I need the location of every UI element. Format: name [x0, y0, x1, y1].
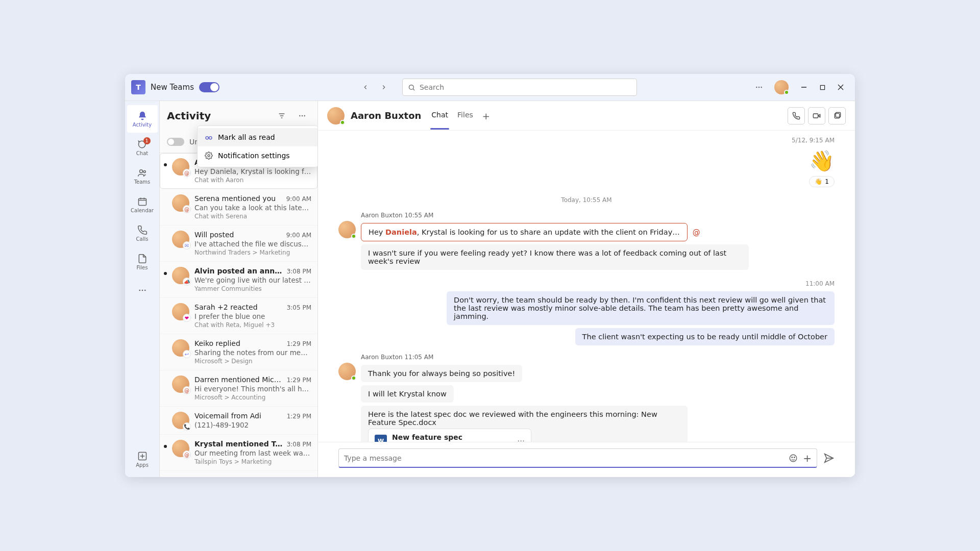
message-meta: Aaron Buxton 10:55 AM — [361, 212, 835, 219]
activity-time: 9:00 AM — [286, 232, 311, 239]
tab-add[interactable]: + — [481, 102, 491, 130]
activity-header: Activity Mark all as read Notification s… — [160, 101, 317, 131]
video-call-button[interactable] — [808, 107, 825, 124]
rail-label: Teams — [134, 179, 151, 185]
rail-activity[interactable]: Activity — [127, 105, 158, 133]
activity-avatar: @ — [172, 440, 189, 457]
popout-button[interactable] — [828, 107, 846, 124]
message-text-part: , Krystal is looking for us to share an … — [417, 228, 680, 236]
message-bubble[interactable]: I will let Krystal know — [361, 385, 454, 403]
rail-chat[interactable]: 1 Chat — [127, 134, 158, 161]
activity-item[interactable]: @ Darren mentioned Microsoft 1:29 PM Hi … — [160, 370, 317, 407]
filter-button[interactable] — [274, 108, 290, 124]
activity-time: 1:29 PM — [287, 413, 311, 420]
rail-calendar[interactable]: Calendar — [127, 191, 158, 218]
svg-point-17 — [144, 290, 145, 291]
tab-files[interactable]: Files — [456, 102, 474, 130]
activity-avatar: @ — [172, 194, 189, 212]
activity-item[interactable]: 📣 Alvin posted an announcement 3:08 PM W… — [160, 262, 317, 298]
message-group-in: Aaron Buxton 11:05 AM Thank you for alwa… — [338, 354, 835, 442]
chat-icon: 1 — [137, 139, 148, 149]
audio-call-button[interactable] — [788, 107, 805, 124]
app-logo-icon — [131, 80, 145, 94]
svg-point-3 — [758, 87, 760, 88]
rail-label: Calls — [136, 236, 149, 242]
activity-item[interactable]: @ Krystal mentioned Tailspin Toys 3:08 P… — [160, 435, 317, 471]
minimize-button[interactable] — [796, 79, 812, 95]
activity-time: 1:29 PM — [287, 377, 311, 384]
activity-badge-icon: @ — [183, 386, 191, 394]
activity-avatar: ❤ — [172, 303, 189, 320]
unread-dot-icon — [164, 445, 167, 448]
reaction-chip[interactable]: 👋1 — [809, 176, 835, 187]
message-meta: Aaron Buxton 11:05 AM — [361, 354, 835, 361]
activity-item[interactable]: @ Serena mentioned you 9:00 AM Can you t… — [160, 189, 317, 226]
rail-calls[interactable]: Calls — [127, 219, 158, 247]
activity-preview: Our meeting from last week was ext… — [194, 449, 311, 457]
tab-chat[interactable]: Chat — [430, 102, 449, 130]
sender-avatar[interactable] — [338, 363, 356, 380]
unread-only-toggle[interactable] — [167, 138, 184, 146]
svg-point-25 — [302, 115, 303, 116]
compose-box[interactable]: + — [338, 448, 817, 468]
svg-point-26 — [304, 115, 305, 116]
activity-more-button[interactable] — [294, 108, 310, 124]
message-bubble-mention[interactable]: Hey Daniela, Krystal is looking for us t… — [361, 223, 688, 241]
rail-more[interactable] — [127, 277, 158, 304]
emoji-button[interactable] — [789, 454, 798, 463]
search-input[interactable] — [420, 83, 631, 91]
presence-available-icon — [351, 375, 356, 381]
titlebar-right — [751, 79, 849, 95]
activity-item[interactable]: ✉ Will posted 9:00 AM I've attached the … — [160, 226, 317, 262]
activity-options-menu: Mark all as read Notification settings — [197, 126, 318, 167]
activity-badge-icon: @ — [183, 169, 191, 177]
message-bubble[interactable]: Here is the latest spec doc we reviewed … — [361, 406, 688, 442]
activity-list[interactable]: @ Aaron mentioned you 9:0 Hey Daniela, K… — [160, 153, 317, 477]
user-avatar[interactable] — [774, 80, 789, 94]
chat-avatar[interactable] — [327, 107, 345, 124]
activity-badge-icon: ↩ — [183, 350, 191, 358]
sender-avatar[interactable] — [338, 221, 356, 238]
rail-files[interactable]: Files — [127, 248, 158, 276]
message-bubble[interactable]: I wasn't sure if you were feeling ready … — [361, 244, 749, 270]
presence-available-icon — [351, 234, 356, 239]
activity-item[interactable]: ❤ Sarah +2 reacted 3:05 PM I prefer the … — [160, 298, 317, 334]
activity-item[interactable]: 📞 Voicemail from Adi 1:29 PM (121)-489-1… — [160, 407, 317, 435]
compose-bar: + — [318, 442, 855, 477]
send-button[interactable] — [823, 453, 835, 464]
activity-header-text: Voicemail from Adi — [194, 412, 284, 420]
search-bar[interactable] — [402, 79, 637, 96]
glasses-icon — [205, 133, 213, 141]
activity-context: Microsoft > Design — [194, 358, 311, 365]
file-more-button[interactable]: ⋯ — [518, 437, 525, 442]
attach-button[interactable]: + — [803, 452, 812, 464]
message-bubble-out[interactable]: Don't worry, the team should be ready by… — [447, 291, 835, 325]
menu-mark-all-read[interactable]: Mark all as read — [198, 128, 318, 146]
word-file-icon: W — [375, 435, 387, 442]
svg-point-9 — [139, 169, 142, 172]
activity-item[interactable]: ↩ Keiko replied 1:29 PM Sharing the note… — [160, 334, 317, 370]
menu-notification-settings[interactable]: Notification settings — [198, 146, 318, 165]
back-button[interactable] — [357, 79, 374, 95]
activity-header-text: Sarah +2 reacted — [194, 303, 284, 311]
close-button[interactable] — [832, 79, 849, 95]
activity-header-text: Krystal mentioned Tailspin Toys — [194, 440, 284, 448]
message-bubble[interactable]: Thank you for always being so positive! — [361, 365, 522, 382]
rail-apps[interactable]: Apps — [127, 445, 158, 473]
activity-time: 3:08 PM — [287, 268, 311, 275]
more-button[interactable] — [751, 79, 767, 95]
new-teams-toggle[interactable] — [199, 82, 219, 92]
svg-line-1 — [413, 89, 414, 90]
chat-body[interactable]: 5/12, 9:15 AM 👋 👋1 Today, 10:55 AM Aaron… — [318, 131, 855, 442]
message-input[interactable] — [344, 454, 789, 462]
maximize-button[interactable] — [814, 79, 830, 95]
activity-header-text: Keiko replied — [194, 339, 284, 347]
activity-header-text: Alvin posted an announcement — [194, 267, 284, 275]
forward-button[interactable] — [376, 79, 392, 95]
message-bubble-out[interactable]: The client wasn't expecting us to be rea… — [575, 328, 835, 345]
svg-point-16 — [141, 290, 143, 291]
file-attachment[interactable]: W New feature spec Personal > MarieBeaud… — [368, 429, 531, 442]
rail-teams[interactable]: Teams — [127, 162, 158, 190]
app-rail: Activity 1 Chat Teams Calendar Calls — [125, 101, 160, 477]
chat-area: Aaron Buxton Chat Files + 5/12, 9:15 AM … — [318, 101, 855, 477]
